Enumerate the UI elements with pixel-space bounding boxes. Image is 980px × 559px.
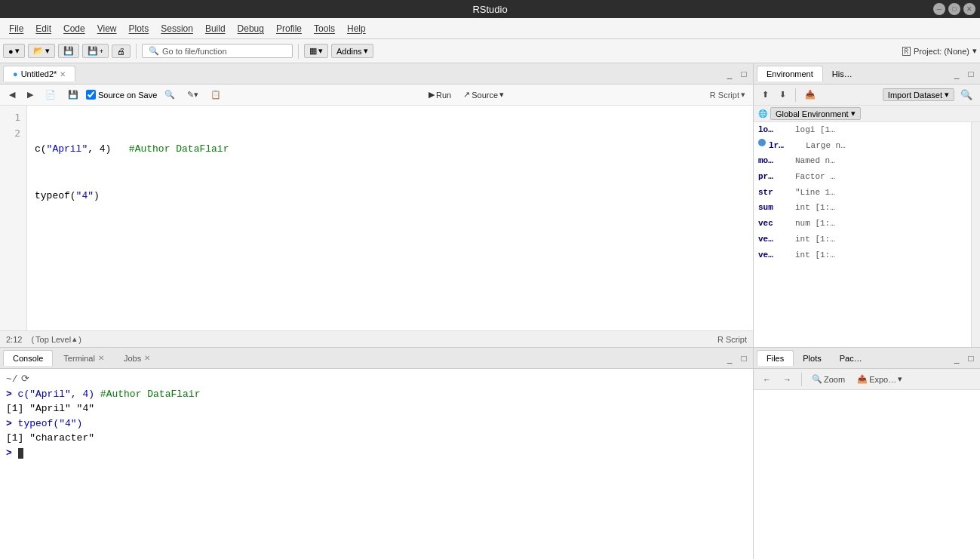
- menu-code[interactable]: Code: [57, 21, 91, 36]
- env-scrollbar[interactable]: [971, 122, 980, 347]
- cmd-1: c("April", 4): [18, 389, 94, 400]
- menu-plots[interactable]: Plots: [123, 21, 155, 36]
- new-file-button[interactable]: ● ▾: [3, 44, 25, 58]
- console-section: Console Terminal ✕ Jobs ✕ _ □ ~/ ⟳: [0, 348, 753, 559]
- zoom-label: Zoom: [824, 375, 845, 384]
- env-tab-environment[interactable]: Environment: [757, 66, 823, 81]
- menu-profile[interactable]: Profile: [270, 21, 308, 36]
- level-label: Top Level: [35, 335, 71, 344]
- dir-expand-icon: ⟳: [21, 372, 29, 387]
- maximize-editor-button[interactable]: □: [738, 68, 750, 80]
- tab-close-icon[interactable]: ✕: [60, 70, 66, 78]
- env-import-icon-button[interactable]: 📥: [801, 89, 819, 100]
- go-to-file-button[interactable]: 🔍 Go to file/function: [142, 44, 293, 58]
- source-on-save-label[interactable]: Source on Save: [86, 90, 157, 100]
- minimize-env-button[interactable]: _: [951, 68, 963, 80]
- save-all-button[interactable]: 💾+: [82, 44, 109, 58]
- code-editor[interactable]: 1 2 c("April", 4) #Author DataFlair type…: [0, 106, 753, 330]
- console-tab-terminal[interactable]: Terminal ✕: [54, 351, 113, 366]
- show-in-files-button[interactable]: 📄: [41, 88, 60, 101]
- grid-button[interactable]: ▦▾: [304, 44, 328, 58]
- files-tab-bar: Files Plots Pac… _ □: [754, 348, 980, 369]
- var-type-sum: int [1:…: [792, 201, 835, 215]
- minimize-editor-button[interactable]: _: [723, 68, 736, 80]
- minimize-console-button[interactable]: _: [723, 352, 736, 364]
- globe-icon: 🌐: [758, 109, 767, 118]
- editor-status-bar: 2:12 (Top Level ▴) R Script: [0, 330, 753, 347]
- rscript-button[interactable]: R Script ▾: [707, 88, 748, 101]
- folder-icon: 📂: [33, 46, 44, 56]
- var-name-lr: lr…: [769, 139, 803, 153]
- editor-tab-untitled2[interactable]: ● Untitled2* ✕: [3, 66, 75, 81]
- env-var-ve1: ve… int [1:…: [754, 232, 971, 247]
- status-rscript: R Script: [717, 335, 747, 344]
- cursor-blink: [18, 448, 23, 459]
- menu-view[interactable]: View: [91, 21, 123, 36]
- env-search-button[interactable]: 🔍: [957, 88, 975, 101]
- var-name-mo: mo…: [758, 154, 792, 168]
- navigate-back-button[interactable]: ◀: [5, 88, 20, 101]
- separator-2: [298, 44, 299, 59]
- var-name-lo: lo…: [758, 123, 792, 137]
- code-tools-button[interactable]: ✎▾: [183, 88, 203, 101]
- code-content[interactable]: c("April", 4) #Author DataFlair typeof("…: [27, 106, 753, 330]
- env-save-button[interactable]: ⬇: [776, 89, 790, 100]
- maximize-files-button[interactable]: □: [965, 352, 977, 364]
- zoom-button[interactable]: 🔍 Zoom: [807, 373, 849, 385]
- var-type-mo: Named n…: [792, 154, 835, 168]
- files-toolbar: ← → 🔍 Zoom 📤 Expo… ▾: [754, 369, 980, 390]
- save-editor-button[interactable]: 💾: [63, 88, 83, 101]
- print-button[interactable]: 🖨: [112, 45, 131, 58]
- global-env-button[interactable]: Global Environment ▾: [770, 107, 861, 120]
- navigate-fwd-button[interactable]: ▶: [23, 88, 38, 101]
- nav-fwd-button[interactable]: →: [779, 374, 796, 385]
- var-type-pr: Factor …: [792, 170, 835, 184]
- terminal-close-icon[interactable]: ✕: [98, 354, 104, 362]
- maximize-env-button[interactable]: □: [965, 68, 977, 80]
- env-var-lo: lo… logi [1…: [754, 122, 971, 138]
- var-type-ve2: int [1:…: [792, 248, 835, 263]
- menu-debug[interactable]: Debug: [232, 21, 270, 36]
- files-controls: _ □: [951, 352, 977, 364]
- import-dataset-button[interactable]: Import Dataset ▾: [883, 88, 954, 101]
- jobs-close-icon[interactable]: ✕: [144, 354, 150, 362]
- maximize-console-button[interactable]: □: [738, 352, 750, 364]
- save-button[interactable]: 💾: [58, 44, 79, 58]
- env-controls: _ □: [951, 68, 977, 80]
- maximize-button[interactable]: □: [948, 3, 960, 15]
- console-tab-console[interactable]: Console: [3, 350, 53, 366]
- open-file-button[interactable]: 📂 ▾: [28, 44, 55, 58]
- source-on-save-checkbox[interactable]: [86, 90, 96, 100]
- export-button[interactable]: 📤 Expo… ▾: [853, 373, 907, 385]
- right-panel: Environment His… _ □ ⬆ ⬇ 📥 Import Datase…: [754, 63, 980, 559]
- env-tab-history[interactable]: His…: [823, 66, 862, 81]
- files-separator: [801, 373, 802, 386]
- prompt-1: >: [6, 389, 18, 400]
- console-tab-jobs[interactable]: Jobs ✕: [115, 351, 159, 366]
- close-button[interactable]: ✕: [963, 3, 975, 15]
- console-output-1: [1] "April" "4": [6, 401, 747, 416]
- line-num-1: 1: [6, 110, 20, 126]
- minimize-button[interactable]: ─: [933, 3, 945, 15]
- console-content[interactable]: ~/ ⟳ > c("April", 4) #Author DataFlair […: [0, 369, 753, 559]
- menu-tools[interactable]: Tools: [308, 21, 341, 36]
- addins-button[interactable]: Addins ▾: [331, 44, 373, 58]
- find-button[interactable]: 🔍: [160, 88, 180, 101]
- tab-controls: _ □: [723, 68, 750, 80]
- files-tab-files[interactable]: Files: [757, 350, 794, 366]
- menu-build[interactable]: Build: [199, 21, 232, 36]
- new-file-arrow: ▾: [15, 46, 20, 56]
- run-button[interactable]: ▶ Run: [424, 88, 456, 101]
- files-tab-plots[interactable]: Plots: [794, 351, 830, 366]
- menu-session[interactable]: Session: [155, 21, 199, 36]
- menu-help[interactable]: Help: [341, 21, 372, 36]
- source-button[interactable]: ↗ Source ▾: [459, 88, 508, 101]
- env-load-button[interactable]: ⬆: [758, 89, 773, 100]
- menu-file[interactable]: File: [3, 21, 29, 36]
- project-arrow: ▾: [972, 46, 977, 56]
- menu-edit[interactable]: Edit: [29, 21, 57, 36]
- nav-back-button[interactable]: ←: [758, 374, 776, 385]
- minimize-files-button[interactable]: _: [951, 352, 963, 364]
- files-tab-packages[interactable]: Pac…: [831, 351, 871, 366]
- compile-button[interactable]: 📋: [206, 88, 226, 101]
